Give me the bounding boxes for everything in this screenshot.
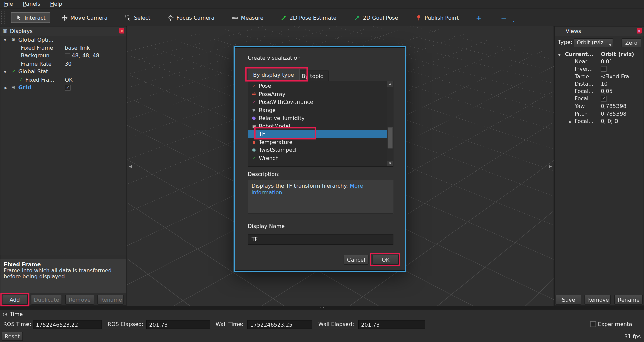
- tree-help-splitter[interactable]: ·····: [0, 255, 126, 259]
- duplicate-display-button[interactable]: Duplicate: [31, 295, 62, 304]
- add-display-button[interactable]: Add: [2, 295, 28, 304]
- views-row-distance[interactable]: Dista... 10: [555, 80, 643, 88]
- views-row-target[interactable]: Targe... <Fixed Fra...: [555, 73, 643, 80]
- views-row-focal-fixed[interactable]: Focal... ✓: [555, 95, 643, 102]
- views-row-focal-point[interactable]: ▶ Focal... 0; 0; 0: [555, 118, 643, 125]
- tool-2d-pose-estimate-button[interactable]: 2D Pose Estimate: [278, 14, 339, 21]
- property-value[interactable]: 0,785398: [601, 103, 626, 110]
- scroll-up-icon[interactable]: ▲: [387, 81, 393, 87]
- tool-select-button[interactable]: Select: [122, 14, 153, 21]
- rename-display-button[interactable]: Rename: [97, 295, 123, 304]
- experimental-checkbox[interactable]: [590, 321, 596, 327]
- property-value[interactable]: base_link: [65, 44, 90, 52]
- displays-panel-header[interactable]: ▣ Displays ×: [0, 27, 126, 36]
- tab-by-topic[interactable]: By topic: [296, 71, 329, 81]
- remove-tool-dropdown-icon[interactable]: ▾: [513, 19, 515, 23]
- display-name-input[interactable]: [248, 234, 393, 245]
- list-item-label: Range: [259, 107, 275, 113]
- view-type-combo[interactable]: Orbit (rviz▼: [574, 38, 613, 47]
- list-item-posearray[interactable]: ⇉PoseArray: [248, 90, 393, 98]
- remove-tool-button[interactable]: −▾: [498, 13, 509, 22]
- property-value[interactable]: 48; 48; 48: [65, 52, 99, 60]
- list-item-range[interactable]: ▼Range: [248, 106, 393, 114]
- list-item-robotmodel[interactable]: ▣RobotModel: [248, 122, 393, 130]
- tool-publish-point-button[interactable]: Publish Point: [413, 14, 461, 21]
- property-value[interactable]: 0; 0; 0: [601, 118, 618, 125]
- tool-2d-goal-pose-button[interactable]: 2D Goal Pose: [352, 14, 401, 21]
- tab-by-display-type[interactable]: By display type: [248, 69, 299, 81]
- views-row-near[interactable]: Near ... 0,01: [555, 58, 643, 65]
- tool-focus-camera-button[interactable]: Focus Camera: [165, 14, 217, 21]
- expander-open-icon[interactable]: ▼: [4, 68, 6, 76]
- type-label: Type:: [558, 39, 572, 45]
- remove-view-button[interactable]: Remove: [584, 295, 610, 304]
- scroll-down-icon[interactable]: ▼: [387, 161, 393, 166]
- save-view-button[interactable]: Save: [556, 295, 581, 304]
- color-swatch[interactable]: [65, 53, 70, 58]
- main-time-splitter[interactable]: ⋯: [0, 306, 644, 309]
- tool-measure-label: Measure: [241, 14, 264, 20]
- property-name: Grid: [18, 84, 31, 92]
- tree-row-fixed-frame[interactable]: Fixed Frame base_link: [0, 44, 126, 52]
- list-item-relativehumidity[interactable]: ●RelativeHumidity: [248, 114, 393, 122]
- list-item-label: PoseWithCovariance: [259, 99, 313, 105]
- property-value[interactable]: 0,01: [601, 58, 612, 65]
- property-value[interactable]: 0,785398: [601, 110, 626, 118]
- tree-row-grid[interactable]: ▶ ⊞ Grid ✓: [0, 84, 126, 92]
- tree-row-background-color[interactable]: Backgroun... 48; 48; 48: [0, 52, 126, 60]
- property-value[interactable]: 10: [601, 80, 607, 88]
- gear-icon: ⚙: [11, 36, 15, 44]
- expander-open-icon[interactable]: ▼: [558, 51, 561, 58]
- views-row-pitch[interactable]: Pitch 0,785398: [555, 110, 643, 118]
- tool-measure-button[interactable]: Measure: [229, 14, 266, 21]
- views-row-current[interactable]: ▼ Current... Orbit (rviz): [555, 51, 643, 58]
- list-item-temperature[interactable]: ▮Temperature: [248, 138, 393, 146]
- list-item-tf-selected[interactable]: +TF: [248, 130, 393, 138]
- expander-open-icon[interactable]: ▼: [4, 36, 6, 44]
- add-tool-button[interactable]: +: [473, 13, 484, 22]
- views-row-invert[interactable]: Inver...: [555, 65, 643, 73]
- list-item-posewithcovariance[interactable]: ↗PoseWithCovariance: [248, 98, 393, 106]
- zero-button[interactable]: Zero: [622, 38, 641, 47]
- tool-interact-label: Interact: [24, 14, 45, 20]
- property-value[interactable]: <Fixed Fra...: [601, 73, 634, 80]
- ros-time-field[interactable]: 1752246523.22: [33, 320, 102, 329]
- list-item-twiststamped[interactable]: ◉TwistStamped: [248, 146, 393, 154]
- list-item-wrench[interactable]: ↗Wrench: [248, 154, 393, 162]
- cancel-button[interactable]: Cancel: [344, 255, 368, 264]
- collapse-right-icon[interactable]: ▶: [549, 164, 552, 168]
- views-close-icon[interactable]: ×: [637, 28, 642, 33]
- list-item-pose[interactable]: ↗Pose: [248, 82, 393, 90]
- tree-row-fixed-frame-status[interactable]: ✓ Fixed Fra... OK: [0, 76, 126, 84]
- wall-elapsed-field[interactable]: 201.73: [358, 320, 425, 329]
- toolbar-drag-handle[interactable]: [1, 11, 5, 24]
- property-value[interactable]: 30: [65, 60, 71, 68]
- tool-move-camera-button[interactable]: Move Camera: [59, 14, 110, 21]
- tree-row-global-options[interactable]: ▼ ⚙ Global Opti...: [0, 36, 126, 44]
- wall-time-field[interactable]: 1752246523.25: [247, 320, 312, 329]
- views-panel-header[interactable]: Views ×: [555, 27, 643, 36]
- views-row-yaw[interactable]: Yaw 0,785398: [555, 103, 643, 110]
- expander-closed-icon[interactable]: ▶: [569, 118, 572, 125]
- rename-view-button[interactable]: Rename: [614, 295, 643, 304]
- menu-help[interactable]: Help: [46, 0, 66, 8]
- scrollbar-thumb[interactable]: [388, 127, 393, 149]
- ok-button[interactable]: OK: [373, 255, 399, 264]
- menu-panels[interactable]: Panels: [19, 0, 44, 8]
- ros-elapsed-field[interactable]: 201.73: [146, 320, 210, 329]
- property-value[interactable]: 0,05: [601, 88, 612, 95]
- tool-interact-button[interactable]: Interact: [11, 12, 50, 23]
- focal-shape-checkbox[interactable]: ✓: [601, 96, 606, 102]
- reset-button[interactable]: Reset: [2, 332, 23, 341]
- remove-display-button[interactable]: Remove: [65, 295, 94, 304]
- tree-row-global-status[interactable]: ▼ ✓ Global Stat...: [0, 68, 126, 76]
- list-scrollbar[interactable]: ▲ ▼: [387, 81, 393, 166]
- expander-closed-icon[interactable]: ▶: [4, 84, 7, 92]
- collapse-left-icon[interactable]: ◀: [129, 164, 132, 168]
- tree-row-frame-rate[interactable]: Frame Rate 30: [0, 60, 126, 68]
- invert-checkbox[interactable]: [601, 66, 606, 72]
- displays-close-icon[interactable]: ×: [119, 28, 124, 33]
- views-row-focal-size[interactable]: Focal... 0,05: [555, 88, 643, 95]
- grid-enabled-checkbox[interactable]: ✓: [65, 85, 70, 90]
- menu-file[interactable]: File: [0, 0, 17, 8]
